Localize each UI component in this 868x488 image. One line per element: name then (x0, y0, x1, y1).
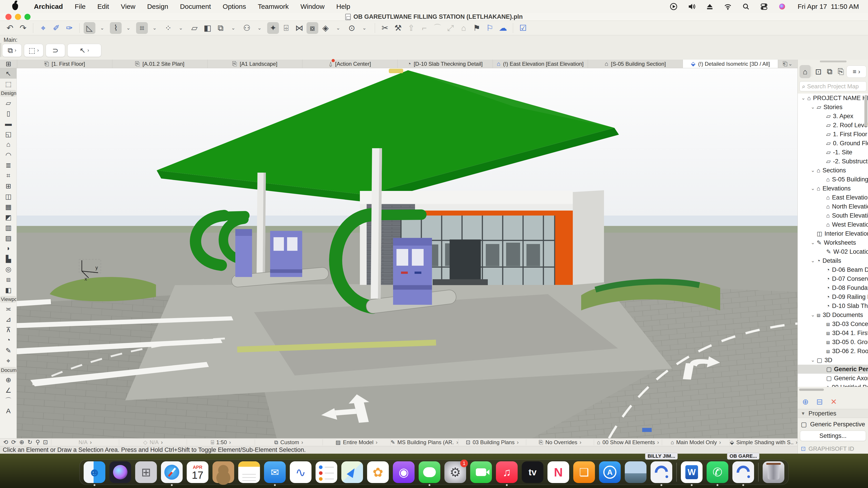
tree-item[interactable]: ◔D-08 Foundation D... (798, 283, 868, 292)
tree-item[interactable]: ▱3. Apex (798, 111, 868, 121)
profile-options[interactable]: ⌄ (254, 22, 266, 34)
renovation-filter-control[interactable]: ⌂00 Show All Elements› (594, 439, 662, 446)
detail-tool[interactable]: ◔ (0, 335, 17, 345)
tree-item[interactable]: ▱-1. Site (798, 148, 868, 157)
tree-item[interactable]: ✎W-02 Location Ma... (798, 247, 868, 256)
menu-design[interactable]: Design (141, 3, 174, 10)
orbit-options[interactable]: ⌄ (359, 22, 370, 34)
model-view-options-control[interactable]: ⊡03 Building Plans› (458, 439, 526, 446)
zoom-in-button[interactable]: ⊕ (20, 439, 24, 446)
guide-lines-options[interactable]: ⌄ (96, 22, 108, 34)
tree-item[interactable]: ⌂South Elevation (A... (798, 211, 868, 220)
radial-dimension-tool[interactable]: ⌒ (0, 395, 17, 406)
chevron-icon[interactable]: ⌄ (809, 258, 817, 264)
tree-item[interactable]: ▢Generic Perspect... (798, 365, 868, 374)
tree-item[interactable]: ⌂West Elevation (Au... (798, 220, 868, 229)
tree-item[interactable]: ▢Generic Axonomet... (798, 374, 868, 383)
view-map-tab[interactable]: ⊡ (813, 65, 824, 78)
dock-whatsapp-icon[interactable]: ✆ (707, 461, 728, 483)
section-tool[interactable]: ⊿ (0, 314, 17, 324)
dock-tv-icon[interactable]: tv (522, 461, 544, 483)
coordinates-options[interactable]: ⌄ (149, 22, 160, 34)
orbit-mode-button[interactable]: ⊙ (346, 22, 358, 34)
wall-tool[interactable]: ▱ (0, 98, 17, 108)
undo-button[interactable]: ↶ (4, 22, 16, 34)
chevron-icon[interactable]: ⌄ (809, 104, 817, 110)
roof-tool[interactable]: ⌂ (0, 139, 17, 150)
adjust-button[interactable]: ⚒ (392, 22, 404, 34)
stair-tool[interactable]: ≣ (0, 160, 17, 170)
eject-icon[interactable] (706, 2, 714, 11)
chevron-icon[interactable]: ⌄ (809, 357, 817, 363)
pen-set-control[interactable]: ✎MS Building Plans (AR...› (391, 439, 458, 446)
navigator-menu-button[interactable]: ≡› (846, 66, 866, 78)
dock-facetime-icon[interactable] (470, 461, 492, 483)
menu-clock[interactable]: Fri Apr 17 11:50 AM (798, 3, 859, 10)
dock-photos-icon[interactable]: ✿ (367, 461, 389, 483)
tab-a-01-2-site-plan[interactable]: ⎘[A.01.2 Site Plan] (112, 60, 208, 68)
tree-item[interactable]: ⌄▢3D (798, 356, 868, 365)
project-map-search[interactable]: ⌕ (800, 81, 866, 91)
dock-archicad-icon[interactable]: BILLY JIM... (651, 461, 672, 483)
chevron-icon[interactable]: ⌄ (809, 167, 817, 173)
tree-item[interactable]: ⌂S-05 Building Sec... (798, 175, 868, 184)
dock-aerial-icon[interactable] (625, 461, 647, 483)
tree-item[interactable]: ◔D-09 Railing Detai... (798, 292, 868, 301)
menu-edit[interactable]: Edit (92, 3, 115, 10)
beam-tool[interactable]: ▬ (0, 119, 17, 129)
chevron-icon[interactable]: ⌄ (809, 312, 817, 318)
tree-item[interactable]: ⌄◔Details (798, 256, 868, 265)
measure-button[interactable]: ⌹ (280, 22, 292, 34)
story-settings-tool[interactable]: ≍ (0, 304, 17, 314)
camera-tool[interactable]: ⌖ (0, 356, 17, 366)
worksheet-tool[interactable]: ✎ (0, 345, 17, 356)
dock-settings-icon[interactable]: ⚙1 (444, 461, 466, 483)
orbit-button[interactable]: ↻ (27, 439, 32, 446)
tree-hscrollbar[interactable] (799, 389, 824, 391)
object-tool[interactable]: ▙ (0, 254, 17, 264)
dock-calendar-icon[interactable]: APR17 (187, 461, 209, 483)
flag-button[interactable]: ⚑ (471, 22, 483, 34)
properties-header[interactable]: ▼ Properties (798, 409, 868, 418)
slab-tool[interactable]: ◱ (0, 129, 17, 139)
renovation-na-control[interactable]: ◇N/A› (119, 439, 187, 446)
position-na-control[interactable]: N/A› (51, 439, 119, 446)
grid-snap-options[interactable]: ⌄ (175, 22, 187, 34)
search-input[interactable] (807, 83, 868, 90)
zone-tool[interactable]: ◧ (0, 285, 17, 295)
tree-item[interactable]: ⌂North Elevation (A... (798, 202, 868, 211)
minimize-window-button[interactable] (15, 14, 21, 20)
viewpoint-settings-button[interactable]: ⊟ (816, 397, 823, 406)
tab-action-center[interactable]: ⍙[Action Center] (303, 60, 398, 68)
marquee-selection-button[interactable]: ⧇ (307, 22, 318, 34)
tree-item[interactable]: ⌄⌂Elevations (798, 184, 868, 193)
tab-detailed-isometric-3d-all[interactable]: ⬙(!) Detailed Isometric [3D / All] (683, 60, 778, 68)
menu-help[interactable]: Help (331, 3, 356, 10)
layout-book-tab[interactable]: ⧉ (824, 65, 835, 78)
split-button[interactable]: ✂ (379, 22, 391, 34)
structure-display-control[interactable]: ▨Entire Model› (323, 439, 391, 446)
magic-wand-button[interactable]: ✦ (267, 22, 279, 34)
window-tool[interactable]: ▦ (0, 201, 17, 212)
dock-archicad-icon[interactable]: OB GARE... (733, 461, 754, 483)
tree-item[interactable]: ⌄✎Worksheets (798, 238, 868, 247)
tree-item[interactable]: ⌖00 Untitled Path (798, 383, 868, 387)
morph-tool[interactable]: ◗ (0, 243, 17, 254)
control-center-icon[interactable] (760, 2, 768, 11)
dock-messages-icon[interactable] (418, 461, 440, 483)
text-tool[interactable]: A (0, 406, 17, 416)
chevron-icon[interactable]: ⌄ (809, 240, 817, 246)
spotlight-search-icon[interactable] (742, 2, 750, 11)
dock-launchpad-icon[interactable]: ⊞ (135, 461, 157, 483)
volume-icon[interactable] (687, 2, 696, 11)
3d-style-control[interactable]: ⬙Simple Shading with S...› (730, 439, 798, 446)
marquee-tool[interactable]: ⬚ (0, 78, 17, 89)
dock-music-icon[interactable]: ♫ (496, 461, 518, 483)
menu-document[interactable]: Document (174, 3, 217, 10)
arrow-tool[interactable]: ↖ (0, 68, 17, 78)
column-tool[interactable]: ▯ (0, 108, 17, 119)
menu-window[interactable]: Window (294, 3, 331, 10)
tree-item[interactable]: ◫Interior Elevations (798, 229, 868, 238)
menu-options[interactable]: Options (217, 3, 252, 10)
tree-item[interactable]: ◔D-06 Beam Detail (798, 265, 868, 274)
